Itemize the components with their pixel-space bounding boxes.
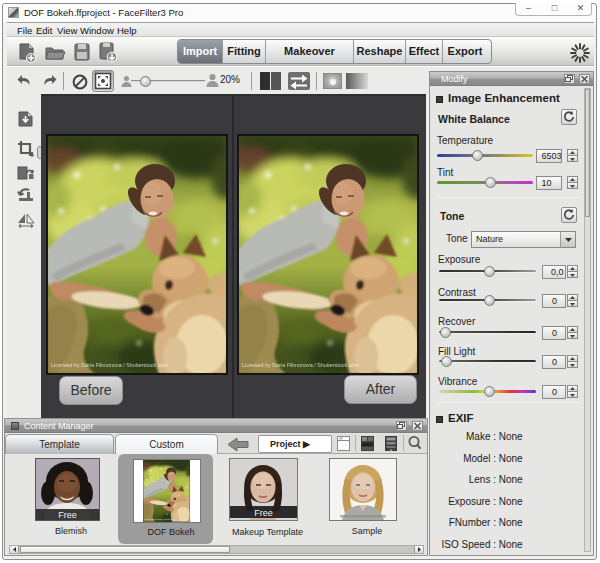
svg-text:Free: Free <box>58 510 77 520</box>
svg-text:Free: Free <box>254 508 273 518</box>
